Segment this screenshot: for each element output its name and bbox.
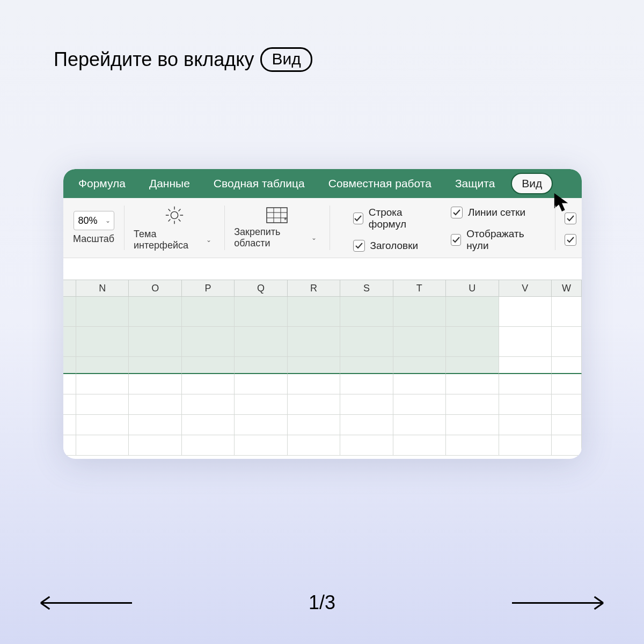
svg-line-7	[178, 209, 180, 211]
checkbox-icon	[451, 207, 463, 218]
svg-line-8	[168, 219, 170, 221]
col-header[interactable]: P	[182, 280, 235, 296]
chevron-down-icon: ⌄	[105, 217, 114, 224]
check-extra-1[interactable]	[565, 213, 576, 224]
svg-text:*: *	[284, 216, 287, 223]
grid-row[interactable]	[63, 357, 582, 374]
freeze-label[interactable]: Закрепить области ⌄	[234, 226, 319, 249]
ribbon-tabs: Формула Данные Сводная таблица Совместна…	[63, 169, 582, 198]
tab-collaboration[interactable]: Совместная работа	[317, 169, 443, 198]
col-header[interactable]: R	[288, 280, 340, 296]
column-headers: N O P Q R S T U V W	[63, 280, 582, 297]
screenshot-card: Формула Данные Сводная таблица Совместна…	[63, 169, 582, 459]
checkbox-icon	[353, 240, 365, 252]
col-header[interactable]: W	[552, 280, 582, 296]
chevron-down-icon: ⌄	[206, 236, 215, 244]
tab-pivot[interactable]: Сводная таблица	[202, 169, 317, 198]
col-header[interactable]: S	[340, 280, 393, 296]
chevron-down-icon: ⌄	[311, 234, 320, 241]
instruction-pill: Вид	[260, 47, 312, 72]
checkbox-icon	[565, 213, 576, 224]
check-headings[interactable]: Заголовки	[353, 240, 433, 252]
ribbon-toolbar: 80% ⌄ Масштаб Тема интерфейса ⌄	[63, 198, 582, 258]
group-zoom: 80% ⌄ Масштаб	[63, 198, 124, 258]
tab-formula[interactable]: Формула	[67, 169, 137, 198]
zoom-label: Масштаб	[73, 233, 114, 245]
col-header[interactable]: O	[129, 280, 181, 296]
pager: 1/3	[0, 591, 644, 614]
tab-data[interactable]: Данные	[137, 169, 202, 198]
check-gridlines[interactable]: Линии сетки	[451, 207, 538, 218]
col-header[interactable]: V	[499, 280, 552, 296]
col-header[interactable]: T	[393, 280, 446, 296]
col-header[interactable]: U	[446, 280, 499, 296]
svg-line-5	[168, 209, 170, 211]
grid-row[interactable]	[63, 374, 582, 394]
group-extra-checks	[555, 198, 582, 258]
zoom-value: 80%	[78, 215, 98, 226]
group-view-options: Строка формул Заголовки Линии сетки Отоб…	[330, 198, 555, 258]
grid-row[interactable]	[63, 435, 582, 456]
tab-view[interactable]: Вид	[511, 173, 553, 194]
tab-protection[interactable]: Защита	[443, 169, 507, 198]
col-header[interactable]: Q	[235, 280, 287, 296]
grid-row[interactable]	[63, 327, 582, 357]
grid-row[interactable]	[63, 415, 582, 435]
col-header[interactable]: N	[76, 280, 129, 296]
checkbox-icon	[353, 213, 363, 224]
zoom-dropdown[interactable]: 80% ⌄	[74, 211, 114, 230]
checkbox-icon	[565, 234, 576, 246]
instruction-line: Перейдите во вкладку Вид	[54, 47, 312, 72]
theme-label[interactable]: Тема интерфейса ⌄	[134, 229, 215, 251]
grid-row[interactable]	[63, 297, 582, 327]
checkbox-icon	[451, 234, 461, 246]
grid-row[interactable]	[63, 394, 582, 415]
page-indicator: 1/3	[309, 591, 335, 614]
freeze-panes-icon[interactable]: *	[266, 207, 288, 223]
spreadsheet-grid[interactable]	[63, 297, 582, 456]
arrow-right-icon[interactable]	[512, 602, 603, 604]
check-extra-2[interactable]	[565, 234, 576, 246]
group-freeze: * Закрепить области ⌄	[224, 198, 329, 258]
blank-strip	[63, 258, 582, 280]
rowhdr-gutter	[63, 280, 76, 296]
svg-line-6	[178, 219, 180, 221]
check-show-zeros[interactable]: Отображать нули	[451, 228, 538, 252]
check-formula-bar[interactable]: Строка формул	[353, 207, 433, 230]
sun-icon[interactable]	[164, 205, 185, 225]
svg-point-0	[171, 211, 178, 218]
instruction-text: Перейдите во вкладку	[54, 48, 254, 71]
group-theme: Тема интерфейса ⌄	[124, 198, 224, 258]
arrow-left-icon[interactable]	[41, 602, 132, 604]
